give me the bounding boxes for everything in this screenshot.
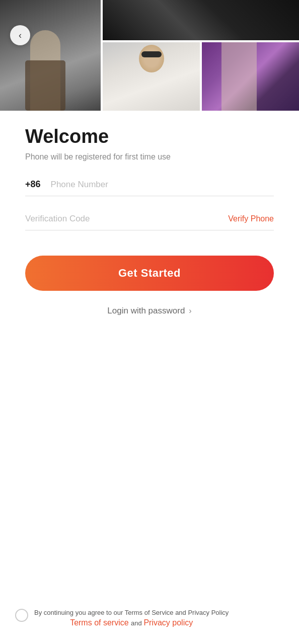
hero-section: ‹ <box>0 0 299 111</box>
hero-image-top-right <box>103 0 299 40</box>
main-content: Welcome Phone will be registered for fir… <box>0 111 299 316</box>
page-title: Welcome <box>25 126 274 147</box>
hero-image-person <box>103 42 200 111</box>
login-password-row[interactable]: Login with password › <box>25 306 274 316</box>
back-button[interactable]: ‹ <box>10 25 30 45</box>
privacy-policy-link[interactable]: Privacy policy <box>143 618 193 627</box>
back-icon: ‹ <box>19 31 22 40</box>
hero-bottom-row <box>103 42 299 111</box>
agreement-text: By continuing you agree to our Terms of … <box>34 608 229 618</box>
chevron-right-icon: › <box>189 306 191 315</box>
footer-and-text: and <box>131 619 143 627</box>
hero-right-column <box>103 0 299 111</box>
login-password-label: Login with password <box>107 306 185 316</box>
hero-image-left <box>0 0 101 111</box>
phone-input-row: +86 <box>25 179 274 196</box>
terms-of-service-link[interactable]: Terms of service <box>70 618 128 627</box>
footer-links: Terms of service and Privacy policy <box>34 618 229 629</box>
verify-phone-button[interactable]: Verify Phone <box>228 214 274 223</box>
phone-number-input[interactable] <box>51 180 274 190</box>
footer: By continuing you agree to our Terms of … <box>0 608 299 629</box>
agreement-checkbox[interactable] <box>15 609 28 622</box>
hero-image-performer <box>202 42 299 111</box>
get-started-button[interactable]: Get Started <box>25 256 274 291</box>
verification-code-input[interactable] <box>25 214 228 224</box>
page-subtitle: Phone will be registered for first time … <box>25 152 274 162</box>
country-code[interactable]: +86 <box>25 179 41 190</box>
verification-row: Verify Phone <box>25 214 274 230</box>
